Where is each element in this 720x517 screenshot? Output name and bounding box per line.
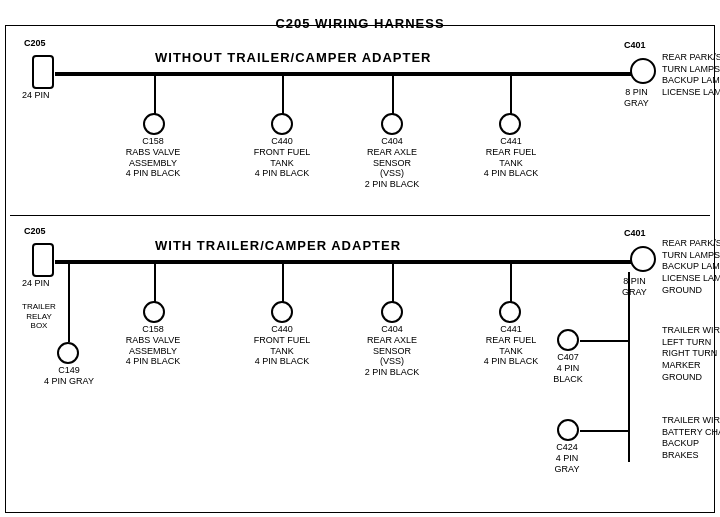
diagram-container: WITHOUT TRAILER/CAMPER ADAPTER C205 24 P…	[0, 0, 720, 500]
wire-c441-s1	[510, 74, 512, 114]
c440-s2-label: C440FRONT FUELTANK4 PIN BLACK	[252, 324, 312, 367]
c205-s1-pin: 24 PIN	[22, 90, 50, 101]
c404-s1-label: C404REAR AXLESENSOR(VSS)2 PIN BLACK	[360, 136, 424, 190]
c205-s2-label: C205	[24, 226, 46, 237]
c440-s2-connector	[271, 301, 293, 323]
trailer-relay-label: TRAILERRELAYBOX	[14, 302, 64, 331]
c205-s1-label: C205	[24, 38, 46, 49]
c424-label: C4244 PINGRAY	[541, 442, 593, 474]
wire-c158-s1	[154, 74, 156, 114]
wire-c404-s2	[392, 262, 394, 302]
c407-label: C4074 PINBLACK	[543, 352, 593, 384]
c205-s2-connector	[32, 243, 54, 277]
c407-right-labels: TRAILER WIRESLEFT TURNRIGHT TURNMARKERGR…	[662, 325, 720, 383]
wire-c149	[68, 312, 70, 342]
c441-s1-connector	[499, 113, 521, 135]
c441-s2-label: C441REAR FUELTANK4 PIN BLACK	[480, 324, 542, 367]
c401-s1-label: C401	[624, 40, 646, 51]
c149-label: C1494 PIN GRAY	[42, 365, 96, 387]
section1-label: WITHOUT TRAILER/CAMPER ADAPTER	[155, 50, 432, 65]
wire-c441-s2	[510, 262, 512, 302]
c205-s1-connector	[32, 55, 54, 89]
wire-trailer-relay	[68, 262, 70, 312]
c440-s1-connector	[271, 113, 293, 135]
c424-right-labels: TRAILER WIRESBATTERY CHARGEBACKUPBRAKES	[662, 415, 720, 462]
c401-s2-right-labels: REAR PARK/STOPTURN LAMPSBACKUP LAMPSLICE…	[662, 238, 720, 296]
wire-c407-h	[580, 340, 628, 342]
c401-s2-label: C401	[624, 228, 646, 239]
c404-s2-connector	[381, 301, 403, 323]
c401-s1-connector	[630, 58, 656, 84]
wire-c440-s1	[282, 74, 284, 114]
wire-c404-s1	[392, 74, 394, 114]
wire-c158-s2	[154, 262, 156, 302]
c404-s1-connector	[381, 113, 403, 135]
c401-s1-pin: 8 PINGRAY	[624, 87, 649, 109]
c440-s1-label: C440FRONT FUELTANK4 PIN BLACK	[252, 136, 312, 179]
c158-s1-label: C158RABS VALVEASSEMBLY4 PIN BLACK	[122, 136, 184, 179]
c424-connector	[557, 419, 579, 441]
c401-s2-connector	[630, 246, 656, 272]
c401-s1-right-labels: REAR PARK/STOPTURN LAMPSBACKUP LAMPSLICE…	[662, 52, 720, 99]
c158-s1-connector	[143, 113, 165, 135]
wire-main-s2	[55, 260, 645, 264]
c158-s2-label: C158RABS VALVEASSEMBLY4 PIN BLACK	[122, 324, 184, 367]
c149-connector	[57, 342, 79, 364]
wire-branch-v	[628, 272, 630, 462]
section-divider	[10, 215, 710, 216]
c404-s2-label: C404REAR AXLESENSOR(VSS)2 PIN BLACK	[360, 324, 424, 378]
wire-main-s1	[55, 72, 645, 76]
section2-label: WITH TRAILER/CAMPER ADAPTER	[155, 238, 401, 253]
c158-s2-connector	[143, 301, 165, 323]
c205-s2-pin: 24 PIN	[22, 278, 50, 289]
c401-s2-pin: 8 PINGRAY	[622, 276, 647, 298]
wire-c424-h	[580, 430, 628, 432]
wire-c440-s2	[282, 262, 284, 302]
c441-s2-connector	[499, 301, 521, 323]
c441-s1-label: C441REAR FUELTANK4 PIN BLACK	[480, 136, 542, 179]
c407-connector	[557, 329, 579, 351]
